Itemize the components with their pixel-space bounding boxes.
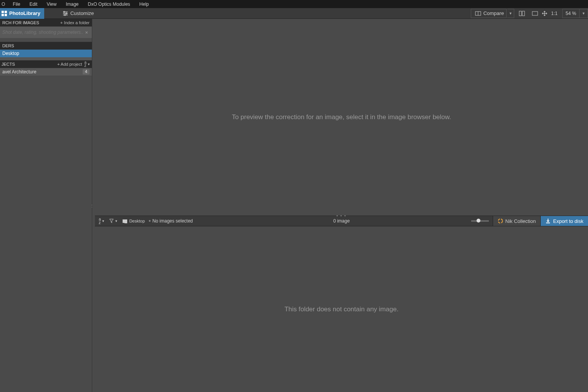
project-item[interactable]: avel Architecture 4 (0, 68, 92, 76)
fit-icon (532, 11, 538, 16)
svg-rect-14 (532, 12, 538, 15)
export-to-disk-button[interactable]: Export to disk (540, 216, 588, 226)
svg-rect-2 (2, 14, 4, 16)
fit-button[interactable] (530, 9, 540, 18)
svg-rect-0 (2, 11, 4, 13)
preview-empty-message: To preview the correction for an image, … (232, 113, 451, 121)
projects-header-label: JECTS (2, 62, 57, 66)
folder-icon (122, 219, 128, 223)
menu-file[interactable]: File (8, 2, 25, 7)
compare-dropdown[interactable]: ▼ (507, 9, 514, 18)
menu-help[interactable]: Help (135, 2, 154, 7)
search-header-label: RCH FOR IMAGES (2, 20, 39, 25)
svg-point-18 (498, 219, 502, 223)
side-by-side-button[interactable] (517, 9, 527, 18)
project-count-badge: 4 (83, 69, 90, 75)
projects-sort-button[interactable]: az▼ (85, 61, 90, 67)
svg-rect-21 (546, 223, 550, 223)
folders-section-header: DERS (0, 42, 92, 50)
photolibrary-label: PhotoLibrary (9, 10, 40, 16)
move-button[interactable] (540, 9, 549, 18)
mode-toolbar: PhotoLibrary Customize Compare ▼ (0, 8, 588, 19)
side-by-side-icon (519, 11, 525, 16)
app-logo: O (2, 2, 5, 7)
menu-edit[interactable]: Edit (25, 2, 42, 7)
customize-tab[interactable]: Customize (58, 8, 98, 19)
customize-label: Customize (70, 10, 94, 16)
preview-pane: To preview the correction for an image, … (95, 19, 588, 216)
svg-rect-1 (5, 11, 7, 13)
export-icon (545, 218, 551, 224)
zoom-ratio-label[interactable]: 1:1 (549, 11, 560, 16)
project-name: avel Architecture (2, 69, 37, 75)
nik-icon (498, 218, 503, 224)
sliders-icon (63, 11, 68, 16)
sidebar: RCH FOR IMAGES + Index a folder × DERS D… (0, 19, 92, 392)
index-folder-button[interactable]: + Index a folder (60, 20, 90, 25)
toolbar-right: Compare ▼ 1:1 54 % ▼ (470, 8, 588, 19)
grid-icon (2, 11, 7, 16)
image-browser-toolbar: • • • az▼ ▼ Desktop • No images selected… (95, 216, 588, 226)
svg-point-9 (64, 14, 65, 15)
compare-label: Compare (483, 10, 504, 16)
search-box: × (0, 27, 92, 38)
thumbnail-size-slider[interactable] (471, 220, 489, 222)
menu-optics-modules[interactable]: DxO Optics Modules (83, 2, 135, 7)
photolibrary-tab[interactable]: PhotoLibrary (0, 8, 44, 19)
chevron-down-icon: ▼ (509, 12, 512, 15)
browser-path-label: Desktop (129, 219, 145, 223)
svg-point-7 (63, 11, 65, 12)
nik-label: Nik Collection (505, 218, 536, 224)
menu-image[interactable]: Image (61, 2, 83, 7)
folders-header-label: DERS (2, 43, 14, 48)
filter-icon (109, 219, 114, 223)
svg-marker-20 (546, 221, 550, 222)
nik-collection-button[interactable]: Nik Collection (493, 216, 540, 226)
export-label: Export to disk (553, 218, 583, 224)
compare-icon (474, 11, 482, 16)
projects-section-header: JECTS + Add project az▼ (0, 60, 92, 68)
folder-item-desktop[interactable]: Desktop (0, 50, 92, 57)
svg-marker-17 (110, 219, 113, 223)
browser-empty-message: This folder does not contain any image. (284, 306, 399, 313)
clear-search-icon[interactable]: × (83, 30, 90, 35)
add-project-button[interactable]: + Add project (57, 62, 82, 66)
svg-rect-3 (5, 14, 7, 16)
chevron-down-icon: ▼ (580, 12, 588, 15)
slider-knob[interactable] (477, 219, 480, 223)
svg-point-8 (66, 13, 67, 14)
zoom-value: 54 % (563, 9, 580, 18)
image-browser-pane: This folder does not contain any image. (95, 226, 588, 392)
search-section-header: RCH FOR IMAGES + Index a folder (0, 19, 92, 27)
search-input[interactable] (2, 30, 83, 35)
browser-sort-button[interactable]: az▼ (96, 218, 107, 224)
zoom-dropdown[interactable]: 54 % ▼ (562, 9, 588, 18)
move-icon (542, 11, 547, 16)
svg-rect-13 (522, 11, 525, 16)
image-count: 0 image (333, 218, 350, 224)
menu-view[interactable]: View (42, 2, 61, 7)
browser-resize-handle[interactable]: • • • (336, 214, 346, 218)
browser-filter-button[interactable]: ▼ (107, 219, 120, 223)
sidebar-resize-handle[interactable]: ⋮ (90, 203, 93, 208)
compare-button[interactable]: Compare (471, 9, 507, 18)
svg-rect-12 (519, 11, 522, 16)
separator: • (147, 218, 153, 224)
menu-bar: O File Edit View Image DxO Optics Module… (0, 0, 588, 8)
selection-status: No images selected (152, 218, 193, 224)
browser-path: Desktop (120, 219, 147, 223)
folders-list: Desktop (0, 50, 92, 60)
